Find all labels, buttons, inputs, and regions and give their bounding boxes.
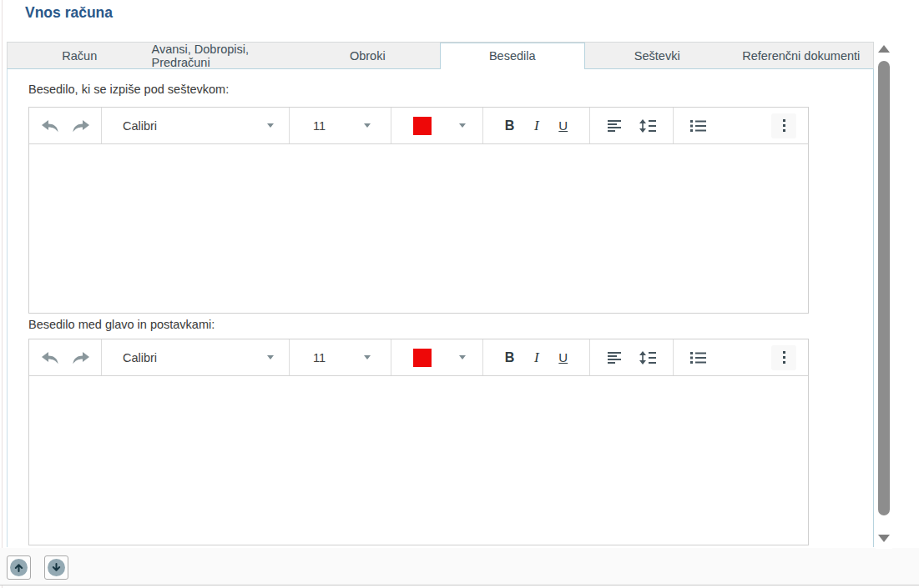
editor-toolbar: Calibri 11 B I U [29,339,808,376]
align-left-button[interactable] [608,352,623,364]
undo-button[interactable] [41,119,59,133]
editor-content-below-sum[interactable] [29,144,808,313]
font-family-select[interactable]: Calibri [102,108,290,143]
font-family-select[interactable]: Calibri [102,339,290,375]
undo-button[interactable] [41,351,59,364]
scroll-down-arrow-icon[interactable] [878,535,890,542]
font-size-value: 11 [313,351,326,364]
tab-referencni-dokumenti[interactable]: Referenčni dokumenti [730,43,874,68]
bold-button[interactable]: B [505,350,515,365]
tab-obroki[interactable]: Obroki [295,43,440,68]
redo-button[interactable] [72,119,90,133]
line-spacing-icon [639,351,656,364]
more-options-button[interactable] [771,345,796,370]
line-spacing-button[interactable] [639,119,656,133]
chevron-down-icon [267,123,274,128]
page-title: Vnos računa [25,4,113,22]
more-options-icon [783,119,785,122]
move-up-button[interactable] [7,555,31,580]
text-color-swatch[interactable] [413,117,432,135]
italic-button[interactable]: I [534,118,539,134]
chevron-down-icon[interactable] [459,123,466,128]
bullet-list-button[interactable] [690,120,706,132]
bullet-list-button[interactable] [690,352,706,364]
font-size-select[interactable]: 11 [290,108,391,143]
tab-content-panel: Besedilo, ki se izpiše pod seštevkom: Ca… [7,69,874,547]
underline-button[interactable]: U [558,118,568,133]
tab-bar: Račun Avansi, Dobropisi, Predračuni Obro… [7,42,874,69]
align-left-icon [608,120,623,132]
tab-sestevki[interactable]: Seštevki [585,43,730,68]
bullet-list-icon [690,352,706,364]
redo-icon [72,119,90,133]
rich-text-editor-between-header-items: Calibri 11 B I U [28,339,809,545]
arrow-down-icon [51,562,62,573]
font-family-value: Calibri [123,119,157,133]
vertical-scrollbar [876,38,892,549]
tab-besedila[interactable]: Besedila [440,43,586,68]
scrollbar-thumb[interactable] [878,61,890,515]
move-down-button[interactable] [44,555,68,580]
chevron-down-icon [267,355,274,359]
font-family-value: Calibri [123,351,157,364]
more-options-button[interactable] [771,113,796,138]
editor-toolbar: Calibri 11 B I U [29,108,808,144]
undo-icon [41,351,59,364]
chevron-down-icon [364,123,371,128]
arrow-up-icon [13,562,24,573]
font-size-value: 11 [313,119,326,133]
redo-button[interactable] [72,351,90,364]
chevron-down-icon [364,355,371,359]
more-options-icon [783,351,785,354]
text-color-swatch[interactable] [413,349,432,367]
rich-text-editor-below-sum: Calibri 11 B I U [28,107,809,314]
font-size-select[interactable]: 11 [290,339,391,375]
align-left-button[interactable] [608,120,623,132]
editor-label-between-header-items: Besedilo med glavo in postavkami: [28,318,215,331]
tab-avansi-dobropisi-predracuni[interactable]: Avansi, Dobropisi, Predračuni [152,43,296,68]
bullet-list-icon [690,120,706,132]
underline-button[interactable]: U [558,350,568,364]
line-spacing-button[interactable] [639,351,656,364]
editor-content-between-header-items[interactable] [29,376,808,545]
chevron-down-icon[interactable] [459,355,466,359]
redo-icon [72,351,90,364]
editor-label-below-sum: Besedilo, ki se izpiše pod seštevkom: [28,83,229,96]
scroll-up-arrow-icon[interactable] [878,45,890,53]
italic-button[interactable]: I [534,349,539,366]
align-left-icon [608,352,623,364]
undo-icon [41,119,59,133]
line-spacing-icon [639,119,656,133]
tab-racun[interactable]: Račun [8,43,152,68]
footer-strip [0,548,919,585]
page-left-border [2,0,3,588]
bold-button[interactable]: B [505,118,515,133]
